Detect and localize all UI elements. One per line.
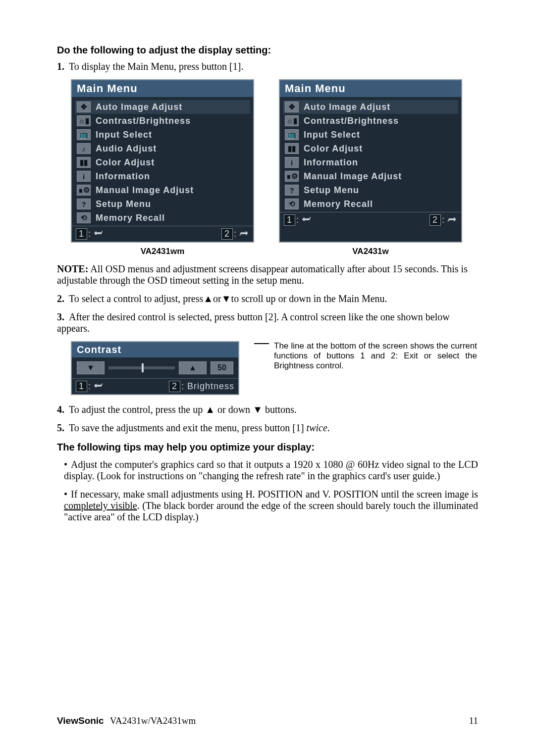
menu-item-label: Information bbox=[304, 157, 358, 168]
menu-item-contrast-brightness[interactable]: ☼▮Contrast/Brightness bbox=[283, 114, 458, 128]
step-4: 4.To adjust the control, press the up ▲ … bbox=[57, 404, 478, 415]
step-5-text-c: . bbox=[327, 422, 330, 433]
menu-item-label: Color Adjust bbox=[96, 157, 155, 168]
callout-text: The line at the bottom of the screen sho… bbox=[274, 341, 477, 371]
enter-icon: ⮫ bbox=[240, 229, 249, 239]
step-3-text: After the desired control is selected, p… bbox=[57, 311, 450, 334]
menu-item-setup-menu[interactable]: ?Setup Menu bbox=[75, 197, 250, 211]
info-icon: i bbox=[285, 157, 299, 168]
menu-item-label: Contrast/Brightness bbox=[96, 116, 191, 126]
menu-item-label: Manual Image Adjust bbox=[304, 171, 402, 182]
osd-footer: 1: ⮨ 2: ⮫ bbox=[72, 226, 253, 242]
osd-contrast-footer: 1: ⮨ 2: Brightness bbox=[72, 378, 238, 394]
step-2-text-a: To select a control to adjust, press bbox=[69, 293, 203, 304]
menu-item-label: Contrast/Brightness bbox=[304, 116, 399, 126]
menu-item-label: Memory Recall bbox=[304, 199, 373, 209]
heading-adjust: Do the following to adjust the display s… bbox=[57, 45, 478, 56]
input-icon: 📺 bbox=[285, 129, 299, 140]
menu-item-label: Memory Recall bbox=[96, 213, 165, 223]
contrast-slider[interactable] bbox=[108, 366, 175, 369]
manual-icon: ∎⚙ bbox=[285, 171, 299, 182]
tip-1: •Adjust the computer's graphics card so … bbox=[64, 459, 478, 482]
tip-1-text: Adjust the computer's graphics card so t… bbox=[64, 459, 478, 481]
osd-footer: 1: ⮨ 2: ⮫ bbox=[280, 212, 461, 228]
model-label-right: VA2431w bbox=[279, 247, 462, 256]
menu-item-label: Input Select bbox=[304, 130, 360, 140]
osd-title: Main Menu bbox=[72, 80, 253, 97]
step-5-text-a: To save the adjustments and exit the men… bbox=[69, 422, 307, 433]
up-arrow-icon: ▲ bbox=[189, 363, 197, 372]
menu-item-manual-image-adjust[interactable]: ∎⚙Manual Image Adjust bbox=[283, 169, 458, 183]
step-2-text-b: or bbox=[213, 293, 221, 304]
target-icon: ✥ bbox=[77, 101, 91, 112]
menu-item-manual-image-adjust[interactable]: ∎⚙Manual Image Adjust bbox=[75, 183, 250, 197]
footer-brand: ViewSonic bbox=[57, 715, 104, 726]
key-2: 2 bbox=[221, 228, 233, 240]
up-arrow-icon: ▲ bbox=[205, 404, 215, 415]
menu-item-input-select[interactable]: 📺Input Select bbox=[75, 128, 250, 142]
page-footer: ViewSonicVA2431w/VA2431wm 11 bbox=[57, 715, 478, 726]
note-text: All OSD menus and adjustment screens dis… bbox=[57, 263, 468, 286]
input-icon: 📺 bbox=[77, 129, 91, 140]
menu-item-setup-menu[interactable]: ?Setup Menu bbox=[283, 183, 458, 197]
menu-item-label: Setup Menu bbox=[304, 185, 359, 196]
down-arrow-icon: ▼ bbox=[87, 363, 95, 372]
menu-item-auto-image-adjust[interactable]: ✥Auto Image Adjust bbox=[283, 100, 458, 114]
recall-icon: ⟲ bbox=[77, 212, 91, 223]
exit-icon: ⮨ bbox=[302, 215, 312, 225]
menu-item-label: Auto Image Adjust bbox=[96, 102, 182, 112]
exit-icon: ⮨ bbox=[94, 381, 104, 391]
step-4-text-c: buttons. bbox=[263, 404, 297, 415]
key-1: 1 bbox=[76, 228, 87, 240]
question-icon: ? bbox=[77, 199, 91, 209]
callout-line bbox=[254, 343, 269, 344]
step-5-twice: twice bbox=[307, 422, 327, 433]
menu-item-information[interactable]: iInformation bbox=[75, 169, 250, 183]
menu-item-label: Color Adjust bbox=[304, 144, 363, 154]
osd-title: Main Menu bbox=[280, 80, 461, 97]
osd-main-menu-w: Main Menu ✥Auto Image Adjust ☼▮Contrast/… bbox=[279, 79, 462, 243]
step-2-text-c: to scroll up or down in the Main Menu. bbox=[231, 293, 387, 304]
menu-item-memory-recall[interactable]: ⟲Memory Recall bbox=[75, 211, 250, 225]
step-1-text: To display the Main Menu, press button [… bbox=[69, 61, 243, 72]
menu-item-contrast-brightness[interactable]: ☼▮Contrast/Brightness bbox=[75, 114, 250, 128]
menu-item-label: Input Select bbox=[96, 130, 152, 140]
menu-item-color-adjust[interactable]: ▮▮Color Adjust bbox=[75, 155, 250, 169]
menu-item-label: Manual Image Adjust bbox=[96, 185, 194, 196]
key-1: 1 bbox=[284, 214, 295, 226]
key-2: 2 bbox=[169, 381, 180, 392]
key-2: 2 bbox=[429, 214, 441, 226]
note: NOTE: All OSD menus and adjustment scree… bbox=[57, 263, 478, 286]
tip-2: •If necessary, make small adjustments us… bbox=[64, 489, 478, 523]
menu-item-input-select[interactable]: 📺Input Select bbox=[283, 128, 458, 142]
up-arrow-icon: ▲ bbox=[203, 293, 213, 304]
menu-item-audio-adjust[interactable]: ♪Audio Adjust bbox=[75, 142, 250, 155]
tip-2-text-a: If necessary, make small adjustments usi… bbox=[71, 489, 478, 500]
info-icon: i bbox=[77, 171, 91, 182]
osd-main-menu-wm: Main Menu ✥Auto Image Adjust ☼▮Contrast/… bbox=[71, 79, 254, 243]
down-button[interactable]: ▼ bbox=[77, 361, 105, 374]
menu-item-color-adjust[interactable]: ▮▮Color Adjust bbox=[283, 142, 458, 155]
up-button[interactable]: ▲ bbox=[179, 361, 207, 374]
brightness-icon: ☼▮ bbox=[285, 115, 299, 126]
footer-brightness-label: : Brightness bbox=[181, 381, 234, 391]
note-label: NOTE: bbox=[57, 263, 88, 274]
menu-item-information[interactable]: iInformation bbox=[283, 155, 458, 169]
brightness-icon: ☼▮ bbox=[77, 115, 91, 126]
step-5: 5.To save the adjustments and exit the m… bbox=[57, 422, 478, 434]
recall-icon: ⟲ bbox=[285, 199, 299, 209]
osd-contrast: Contrast ▼ ▲ 50 1: ⮨ 2: Brightness bbox=[71, 341, 239, 395]
step-4-text-a: To adjust the control, press the up bbox=[69, 404, 205, 415]
contrast-value: 50 bbox=[211, 361, 233, 374]
enter-icon: ⮫ bbox=[448, 215, 457, 225]
menu-item-memory-recall[interactable]: ⟲Memory Recall bbox=[283, 197, 458, 211]
model-label-left: VA2431wm bbox=[71, 247, 254, 256]
step-2: 2.To select a control to adjust, press▲o… bbox=[57, 293, 478, 304]
down-arrow-icon: ▼ bbox=[253, 404, 263, 415]
menu-item-auto-image-adjust[interactable]: ✥Auto Image Adjust bbox=[75, 100, 250, 114]
menu-item-label: Information bbox=[96, 171, 150, 182]
menu-item-label: Setup Menu bbox=[96, 199, 151, 209]
osd-contrast-title: Contrast bbox=[72, 342, 238, 357]
step-4-text-b: or down bbox=[215, 404, 253, 415]
manual-icon: ∎⚙ bbox=[77, 185, 91, 196]
